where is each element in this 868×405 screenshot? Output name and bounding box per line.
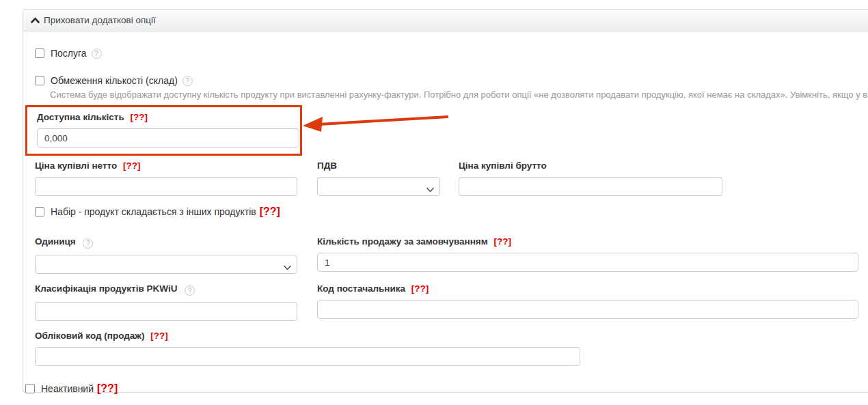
label-text: Одиниця bbox=[35, 236, 76, 247]
default-sale-quantity-field: Кількість продажу за замовчуванням [??] bbox=[317, 236, 858, 274]
chevron-up-icon bbox=[31, 17, 40, 24]
label-text: Ціна купівлі брутто bbox=[459, 160, 547, 171]
help-marker[interactable]: [??] bbox=[123, 160, 140, 171]
red-arrow-annotation bbox=[301, 111, 452, 135]
label-text: ПДВ bbox=[317, 160, 337, 171]
help-marker[interactable]: [??] bbox=[150, 331, 167, 341]
pkwiu-supplier-row: Класифікація продуктів PKWiU ? Код поста… bbox=[35, 283, 868, 321]
purchase-price-row: Ціна купівлі нетто [??] ПДВ bbox=[35, 160, 868, 196]
label-text: Доступна кількість bbox=[37, 112, 124, 122]
vat-select[interactable] bbox=[317, 177, 440, 196]
label-text: Ціна купівлі нетто bbox=[35, 160, 117, 171]
accounting-code-label: Обліковий код (продаж) [??] bbox=[35, 331, 580, 341]
help-icon[interactable]: ? bbox=[185, 285, 195, 296]
purchase-price-gross-label: Ціна купівлі брутто bbox=[459, 160, 722, 171]
accounting-code-field: Обліковий код (продаж) [??] bbox=[35, 331, 580, 366]
default-sale-quantity-label: Кількість продажу за замовчуванням [??] bbox=[317, 236, 858, 247]
pkwiu-label: Класифікація продуктів PKWiU ? bbox=[35, 283, 297, 296]
stock-limit-label: Обмеження кількості (склад) bbox=[51, 75, 178, 86]
panel-toggle-label: Приховати додаткові опції bbox=[44, 15, 156, 25]
inactive-option-row: Неактивний [??] bbox=[25, 382, 868, 395]
purchase-price-net-label: Ціна купівлі нетто [??] bbox=[35, 160, 297, 171]
panel-body: Послуга ? Обмеження кількості (склад) ? … bbox=[23, 31, 868, 395]
bundle-label: Набір - продукт складається з інших прод… bbox=[51, 206, 256, 217]
help-icon[interactable]: ? bbox=[83, 238, 93, 249]
accounting-code-input[interactable] bbox=[35, 347, 580, 366]
bundle-option-row: Набір - продукт складається з інших прод… bbox=[35, 206, 868, 218]
help-marker[interactable]: [??] bbox=[494, 236, 511, 247]
additional-options-panel: Приховати додаткові опції Послуга ? Обме… bbox=[23, 9, 868, 393]
label-text: Код постачальника bbox=[317, 283, 405, 294]
supplier-code-field: Код постачальника [??] bbox=[317, 283, 858, 321]
purchase-price-net-input[interactable] bbox=[35, 177, 297, 196]
help-marker[interactable]: [??] bbox=[411, 283, 429, 294]
purchase-price-gross-field: Ціна купівлі брутто bbox=[459, 160, 722, 196]
panel-toggle-header[interactable]: Приховати додаткові опції bbox=[23, 10, 868, 31]
vat-field: ПДВ bbox=[317, 160, 440, 196]
supplier-code-label: Код постачальника [??] bbox=[317, 283, 858, 294]
pkwiu-field: Класифікація продуктів PKWiU ? bbox=[35, 283, 297, 321]
purchase-price-net-field: Ціна купівлі нетто [??] bbox=[35, 160, 297, 196]
help-icon[interactable]: ? bbox=[182, 76, 193, 86]
label-text: Кількість продажу за замовчуванням bbox=[317, 236, 488, 247]
help-marker[interactable]: [??] bbox=[130, 112, 147, 122]
stock-limit-option-row: Обмеження кількості (склад) ? bbox=[35, 75, 868, 86]
pkwiu-input[interactable] bbox=[35, 302, 297, 321]
help-icon[interactable]: ? bbox=[92, 48, 102, 59]
stock-limit-checkbox[interactable] bbox=[35, 76, 44, 85]
help-marker[interactable]: [??] bbox=[97, 382, 118, 395]
stock-limit-help-text: Система буде відображати доступну кількі… bbox=[50, 89, 868, 100]
bundle-checkbox[interactable] bbox=[35, 207, 44, 217]
available-quantity-input[interactable] bbox=[37, 128, 299, 148]
supplier-code-input[interactable] bbox=[317, 300, 858, 319]
label-text: Обліковий код (продаж) bbox=[35, 331, 144, 341]
inactive-checkbox[interactable] bbox=[25, 384, 35, 393]
service-label: Послуга bbox=[51, 48, 87, 59]
service-option-row: Послуга ? bbox=[35, 48, 868, 59]
service-checkbox[interactable] bbox=[35, 48, 44, 58]
default-sale-quantity-input[interactable] bbox=[317, 253, 858, 272]
unit-select[interactable] bbox=[35, 255, 297, 274]
inactive-label: Неактивний bbox=[41, 383, 94, 394]
purchase-price-gross-input[interactable] bbox=[459, 177, 722, 196]
unit-label: Одиниця ? bbox=[35, 236, 297, 249]
available-quantity-label: Доступна кількість [??] bbox=[37, 112, 290, 122]
help-marker[interactable]: [??] bbox=[260, 206, 280, 218]
vat-label: ПДВ bbox=[317, 160, 440, 171]
available-quantity-highlight-box: Доступна кількість [??] bbox=[25, 105, 302, 156]
unit-field: Одиниця ? bbox=[35, 236, 297, 274]
unit-quantity-row: Одиниця ? Кількість продажу за замовчува… bbox=[35, 236, 868, 274]
label-text: Класифікація продуктів PKWiU bbox=[35, 283, 177, 294]
